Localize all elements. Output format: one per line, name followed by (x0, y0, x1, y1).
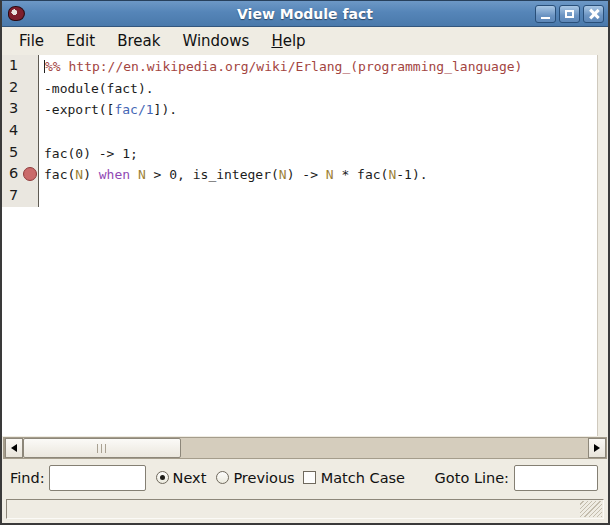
find-bar: Find: Next Previous Match Case Goto Line… (2, 459, 608, 496)
code-line-7[interactable]: 7 (2, 185, 597, 207)
maximize-button[interactable] (559, 5, 580, 23)
match-case-label[interactable]: Match Case (321, 470, 405, 486)
scrollbar-thumb[interactable] (23, 438, 181, 458)
code-line-5[interactable]: 5fac(0) -> 1; (2, 142, 597, 164)
code-area[interactable]: 1%% http://en.wikipedia.org/wiki/Erlang_… (2, 55, 598, 436)
goto-line-input[interactable] (514, 465, 598, 491)
arrow-right-icon (594, 444, 600, 452)
scroll-right-button[interactable] (588, 438, 606, 458)
line-number[interactable]: 2 (2, 77, 39, 99)
resize-grip-icon[interactable] (580, 501, 602, 517)
code-line-6[interactable]: 6fac(N) when N > 0, is_integer(N) -> N *… (2, 163, 597, 185)
goto-group: Goto Line: (435, 465, 598, 491)
line-code-text: -module(fact). (39, 77, 597, 99)
line-number[interactable]: 7 (2, 185, 39, 207)
goto-line-label: Goto Line: (435, 470, 509, 486)
line-code-text: -export([fac/1]). (39, 98, 597, 120)
find-input[interactable] (49, 465, 146, 491)
close-button[interactable] (583, 5, 604, 23)
line-code-text (39, 120, 597, 142)
line-number[interactable]: 1 (2, 55, 39, 77)
title-bar: View Module fact (2, 1, 608, 27)
previous-radio[interactable] (216, 471, 229, 484)
code-lines: 1%% http://en.wikipedia.org/wiki/Erlang_… (2, 55, 597, 436)
menu-item-break[interactable]: Break (106, 29, 171, 53)
status-panel (6, 499, 604, 519)
match-case-checkbox[interactable] (303, 471, 316, 484)
line-number[interactable]: 3 (2, 98, 39, 120)
find-label: Find: (10, 470, 45, 486)
line-code-text: fac(N) when N > 0, is_integer(N) -> N * … (39, 163, 597, 185)
code-line-1[interactable]: 1%% http://en.wikipedia.org/wiki/Erlang_… (2, 55, 597, 77)
line-code-text: fac(0) -> 1; (39, 142, 597, 164)
code-line-4[interactable]: 4 (2, 120, 597, 142)
status-bar (2, 496, 608, 523)
window-controls (535, 5, 604, 23)
scroll-left-button[interactable] (5, 438, 23, 458)
code-line-2[interactable]: 2-module(fact). (2, 77, 597, 99)
view-module-window: View Module fact FileEditBreakWindowsHel… (0, 0, 610, 525)
line-code-text (39, 185, 597, 207)
minimize-button[interactable] (535, 5, 556, 23)
menu-item-file[interactable]: File (8, 29, 55, 53)
line-number[interactable]: 5 (2, 142, 39, 164)
close-icon (589, 9, 599, 19)
scrollbar-grip-icon (97, 444, 107, 453)
arrow-left-icon (11, 444, 17, 452)
line-code-text: %% http://en.wikipedia.org/wiki/Erlang_(… (39, 55, 597, 77)
code-line-3[interactable]: 3-export([fac/1]). (2, 98, 597, 120)
next-radio[interactable] (156, 471, 169, 484)
horizontal-scrollbar[interactable] (3, 437, 607, 459)
next-label[interactable]: Next (173, 470, 207, 486)
scrollbar-track[interactable] (181, 438, 588, 458)
minimize-icon (541, 17, 550, 19)
menu-item-edit[interactable]: Edit (55, 29, 106, 53)
menu-item-windows[interactable]: Windows (171, 29, 260, 53)
maximize-icon (565, 10, 574, 18)
previous-label[interactable]: Previous (233, 470, 294, 486)
menu-item-help[interactable]: Help (260, 29, 316, 53)
line-number[interactable]: 4 (2, 120, 39, 142)
menu-bar: FileEditBreakWindowsHelp (2, 27, 608, 55)
window-title: View Module fact (2, 6, 608, 22)
